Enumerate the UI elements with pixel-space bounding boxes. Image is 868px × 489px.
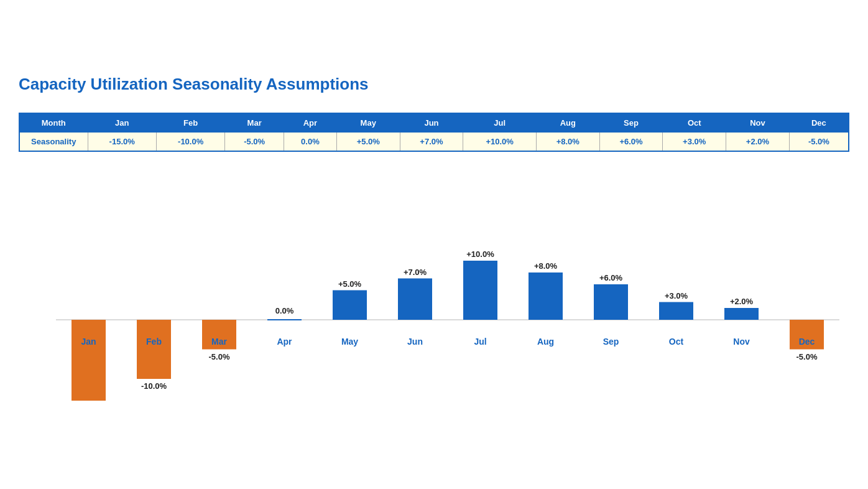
svg-text:+2.0%: +2.0% <box>730 297 754 306</box>
svg-text:+5.0%: +5.0% <box>338 279 362 289</box>
svg-text:Dec: Dec <box>799 337 815 347</box>
svg-rect-4 <box>137 320 171 379</box>
cell-jan: -15.0% <box>88 133 156 152</box>
svg-text:-5.0%: -5.0% <box>796 352 818 361</box>
svg-text:Oct: Oct <box>669 337 684 347</box>
col-header-jul: Jul <box>463 113 537 133</box>
cell-mar: -5.0% <box>225 133 284 152</box>
svg-text:Jul: Jul <box>474 337 486 347</box>
svg-text:Nov: Nov <box>733 337 750 347</box>
svg-rect-22 <box>529 272 563 320</box>
cell-oct: +3.0% <box>663 133 726 152</box>
cell-aug: +8.0% <box>536 133 599 152</box>
col-header-aug: Aug <box>536 113 599 133</box>
col-header-nov: Nov <box>726 113 790 133</box>
svg-text:Sep: Sep <box>603 337 619 347</box>
svg-text:+6.0%: +6.0% <box>599 273 623 282</box>
svg-text:Mar: Mar <box>211 337 227 347</box>
table-header-month: Month <box>19 113 88 133</box>
col-header-dec: Dec <box>789 113 849 133</box>
svg-text:Apr: Apr <box>277 337 292 347</box>
svg-rect-28 <box>659 302 693 320</box>
col-header-apr: Apr <box>284 113 336 133</box>
svg-text:Jan: Jan <box>81 337 96 347</box>
col-header-oct: Oct <box>663 113 726 133</box>
svg-text:Feb: Feb <box>146 337 162 347</box>
cell-may: +5.0% <box>336 133 400 152</box>
cell-dec: -5.0% <box>789 133 849 152</box>
col-header-sep: Sep <box>599 113 663 133</box>
svg-text:-10.0%: -10.0% <box>141 381 167 391</box>
svg-text:+10.0%: +10.0% <box>466 249 494 259</box>
svg-text:-5.0%: -5.0% <box>209 352 230 361</box>
svg-rect-19 <box>463 261 497 320</box>
svg-text:Jun: Jun <box>407 337 423 347</box>
col-header-may: May <box>336 113 400 133</box>
cell-jul: +10.0% <box>463 133 537 152</box>
svg-text:+3.0%: +3.0% <box>665 291 688 300</box>
page-title: Capacity Utilization Seasonality Assumpt… <box>19 75 849 94</box>
table-row-header-seasonality: Seasonality <box>19 133 88 152</box>
svg-rect-10 <box>267 319 302 320</box>
svg-rect-31 <box>724 308 759 320</box>
col-header-jan: Jan <box>88 113 156 133</box>
cell-sep: +6.0% <box>599 133 663 152</box>
svg-text:May: May <box>341 337 358 347</box>
svg-rect-25 <box>594 284 628 320</box>
chart-container: -15.0%Jan-10.0%Feb-5.0%Mar0.0%Apr+5.0%Ma… <box>19 177 849 401</box>
bar-chart: -15.0%Jan-10.0%Feb-5.0%Mar0.0%Apr+5.0%Ma… <box>19 177 849 401</box>
col-header-mar: Mar <box>225 113 284 133</box>
svg-text:+8.0%: +8.0% <box>534 261 558 271</box>
cell-apr: 0.0% <box>284 133 336 152</box>
svg-rect-1 <box>72 320 106 401</box>
cell-feb: -10.0% <box>156 133 224 152</box>
svg-text:+7.0%: +7.0% <box>404 268 427 277</box>
seasonality-table: Month Jan Feb Mar Apr May Jun Jul Aug Se… <box>19 113 849 152</box>
svg-rect-13 <box>333 291 367 320</box>
col-header-jun: Jun <box>400 113 463 133</box>
svg-rect-16 <box>398 279 432 320</box>
cell-nov: +2.0% <box>726 133 790 152</box>
svg-text:0.0%: 0.0% <box>275 306 294 315</box>
cell-jun: +7.0% <box>400 133 463 152</box>
col-header-feb: Feb <box>156 113 224 133</box>
svg-text:Aug: Aug <box>537 337 554 347</box>
